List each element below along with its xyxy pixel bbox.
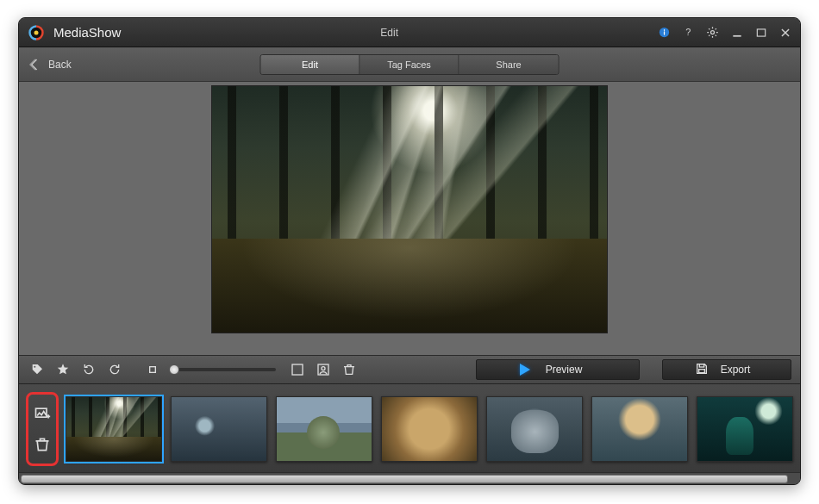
back-label: Back — [48, 59, 72, 71]
svg-point-4 — [711, 31, 715, 34]
trash-icon[interactable] — [340, 360, 359, 379]
svg-rect-9 — [292, 364, 303, 375]
svg-point-1 — [34, 30, 39, 34]
thumbnail-bar — [19, 384, 800, 472]
app-logo-icon — [28, 24, 45, 41]
app-window: MediaShow Edit ? Back — [18, 17, 801, 485]
save-icon — [686, 362, 709, 378]
thumbnail-item[interactable] — [486, 396, 583, 462]
face-tag-icon[interactable] — [314, 360, 333, 379]
star-icon[interactable] — [53, 360, 72, 379]
thumbnail-item[interactable] — [697, 396, 793, 462]
svg-point-7 — [34, 366, 35, 368]
play-icon — [520, 364, 530, 376]
rotate-left-icon[interactable] — [79, 360, 98, 379]
titlebar-controls: ? — [658, 26, 791, 39]
thumbnail-list — [66, 396, 793, 462]
titlebar: MediaShow Edit ? — [19, 18, 800, 47]
svg-rect-6 — [757, 28, 765, 35]
window-title: Edit — [129, 27, 649, 39]
thumbnail-item[interactable] — [381, 396, 478, 462]
tag-icon[interactable] — [28, 360, 47, 379]
thumb-tools-highlight — [26, 392, 59, 466]
app-name: MediaShow — [53, 25, 121, 40]
svg-point-11 — [322, 367, 325, 370]
thumbnail-item[interactable] — [276, 396, 372, 462]
subheader: Back Edit Tag Faces Share — [19, 47, 800, 82]
svg-text:?: ? — [685, 27, 691, 37]
minimize-icon[interactable] — [731, 27, 743, 39]
svg-rect-8 — [150, 367, 156, 373]
add-media-icon[interactable] — [33, 404, 52, 423]
back-button[interactable]: Back — [28, 57, 72, 72]
mode-tabs: Edit Tag Faces Share — [260, 54, 560, 75]
scrollbar-thumb[interactable] — [21, 475, 788, 483]
edit-toolbar: Preview Export — [19, 355, 800, 384]
zoom-slider[interactable] — [174, 368, 276, 371]
export-button[interactable]: Export — [662, 359, 791, 380]
help-icon[interactable]: ? — [683, 27, 694, 38]
preview-image[interactable] — [211, 85, 608, 333]
tab-tag-faces[interactable]: Tag Faces — [360, 55, 460, 74]
close-icon[interactable] — [779, 27, 791, 39]
preview-button[interactable]: Preview — [476, 359, 640, 380]
gear-icon[interactable] — [706, 26, 719, 39]
preview-label: Preview — [546, 364, 583, 376]
info-icon[interactable] — [658, 26, 671, 39]
svg-rect-13 — [698, 369, 704, 372]
preview-area — [19, 82, 800, 355]
thumbnail-item[interactable] — [66, 396, 162, 462]
svg-rect-5 — [733, 34, 741, 36]
rotate-right-icon[interactable] — [105, 360, 124, 379]
horizontal-scrollbar[interactable] — [19, 472, 800, 484]
svg-rect-12 — [699, 364, 703, 366]
thumb-large-icon[interactable] — [288, 360, 307, 379]
export-label: Export — [721, 364, 751, 376]
thumbnail-item[interactable] — [591, 396, 688, 462]
remove-media-icon[interactable] — [33, 435, 52, 454]
tab-share[interactable]: Share — [460, 55, 559, 74]
thumb-small-icon[interactable] — [143, 360, 162, 379]
maximize-icon[interactable] — [755, 27, 767, 39]
tab-edit[interactable]: Edit — [261, 55, 360, 74]
thumbnail-item[interactable] — [171, 396, 267, 462]
